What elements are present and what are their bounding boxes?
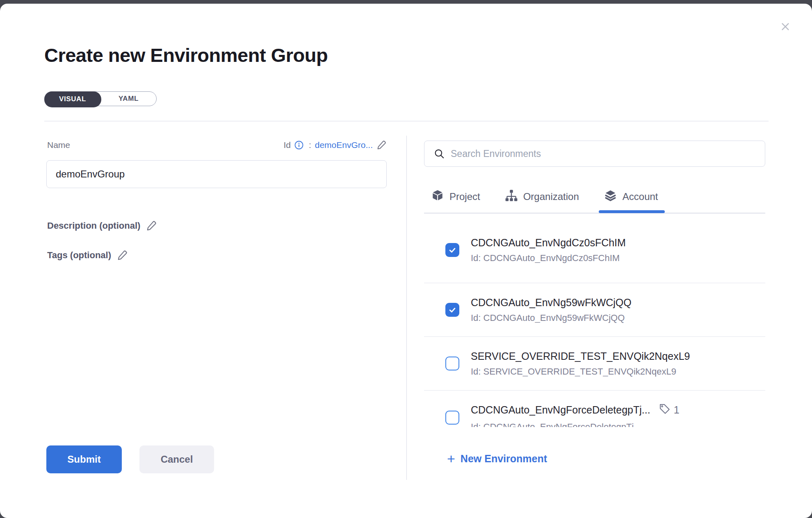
- environment-list-item: CDCNGAuto_EnvNgdCz0sFChIMId: CDCNGAuto_E…: [424, 217, 765, 283]
- plus-icon: +: [447, 452, 455, 465]
- id-label: Id: [283, 140, 291, 150]
- panel-divider: [406, 136, 407, 480]
- visual-toggle-button[interactable]: VISUAL: [44, 91, 101, 107]
- edit-tags-pencil-icon[interactable]: [117, 250, 128, 261]
- tab-label: Account: [623, 191, 658, 202]
- submit-button[interactable]: Submit: [46, 445, 122, 473]
- tab-label: Project: [449, 191, 480, 202]
- sitemap-icon: [505, 189, 518, 204]
- environment-name: CDCNGAuto_EnvNgForceDeletegpTj...: [471, 404, 650, 416]
- name-input[interactable]: [46, 160, 387, 188]
- tab-account[interactable]: Account: [604, 189, 658, 205]
- environment-name: CDCNGAuto_EnvNgdCz0sFChIM: [471, 237, 626, 249]
- name-label: Name: [47, 140, 70, 150]
- visual-yaml-toggle: YAML VISUAL: [44, 91, 157, 106]
- tag-icon: [659, 403, 671, 418]
- edit-description-pencil-icon[interactable]: [146, 220, 157, 231]
- create-environment-group-dialog: Create new Environment Group YAML VISUAL…: [0, 4, 812, 518]
- layers-icon: [604, 189, 617, 205]
- environment-list-item: CDCNGAuto_EnvNgForceDeletegpTj...1Id: CD…: [424, 391, 765, 427]
- tag-count: 1: [674, 404, 680, 416]
- edit-id-pencil-icon[interactable]: [376, 140, 387, 150]
- name-id-row: Name Id : demoEnvGro...: [47, 140, 387, 150]
- cancel-button[interactable]: Cancel: [139, 445, 214, 473]
- close-icon[interactable]: [776, 18, 794, 36]
- new-environment-button[interactable]: + New Environment: [447, 452, 547, 465]
- environment-id: Id: SERVICE_OVERRIDE_TEST_ENVQik2NqexL9: [471, 366, 690, 377]
- cube-icon: [431, 189, 444, 204]
- info-icon[interactable]: [294, 141, 303, 150]
- id-value-link[interactable]: demoEnvGro...: [315, 140, 373, 150]
- environment-text: CDCNGAuto_EnvNgForceDeletegpTj...1Id: CD…: [471, 403, 680, 427]
- environment-id: Id: CDCNGAuto_EnvNg59wFkWCjQQ: [471, 313, 632, 323]
- environment-name: SERVICE_OVERRIDE_TEST_ENVQik2NqexL9: [471, 350, 690, 362]
- search-input[interactable]: [451, 141, 758, 166]
- environment-name: CDCNGAuto_EnvNg59wFkWCjQQ: [471, 297, 632, 309]
- tags-row: Tags (optional): [47, 250, 128, 261]
- description-row: Description (optional): [47, 220, 157, 231]
- tag-count-badge: 1: [659, 403, 680, 418]
- environment-list-item: CDCNGAuto_EnvNg59wFkWCjQQId: CDCNGAuto_E…: [424, 283, 765, 337]
- environment-id: Id: CDCNGAuto_EnvNgdCz0sFChIM: [471, 253, 626, 264]
- description-label: Description (optional): [47, 220, 140, 231]
- page-title: Create new Environment Group: [44, 44, 328, 66]
- environment-text: CDCNGAuto_EnvNgdCz0sFChIMId: CDCNGAuto_E…: [471, 237, 626, 264]
- tab-label: Organization: [523, 191, 579, 202]
- environment-checkbox[interactable]: [445, 303, 459, 317]
- yaml-toggle-button[interactable]: YAML: [101, 92, 156, 105]
- search-icon: [433, 148, 446, 160]
- search-environments-box: [424, 141, 765, 167]
- environment-checkbox[interactable]: [445, 411, 459, 425]
- tab-organization[interactable]: Organization: [505, 189, 579, 204]
- new-environment-label: New Environment: [461, 453, 547, 465]
- environment-list[interactable]: CDCNGAuto_EnvNgdCz0sFChIMId: CDCNGAuto_E…: [424, 217, 765, 427]
- environment-checkbox[interactable]: [445, 357, 459, 370]
- environment-text: SERVICE_OVERRIDE_TEST_ENVQik2NqexL9Id: S…: [471, 350, 690, 377]
- entity-id-group: Id : demoEnvGro...: [283, 140, 387, 150]
- tab-project[interactable]: Project: [431, 189, 480, 204]
- id-separator: :: [309, 140, 311, 150]
- environment-id: Id: CDCNGAuto_EnvNgForceDeletegpTj...: [471, 422, 680, 427]
- tags-label: Tags (optional): [47, 250, 111, 261]
- header-divider: [44, 121, 769, 121]
- environment-list-item: SERVICE_OVERRIDE_TEST_ENVQik2NqexL9Id: S…: [424, 337, 765, 391]
- env-scope-tabs: ProjectOrganizationAccount: [424, 181, 765, 214]
- environment-checkbox[interactable]: [445, 243, 459, 257]
- environment-text: CDCNGAuto_EnvNg59wFkWCjQQId: CDCNGAuto_E…: [471, 297, 632, 323]
